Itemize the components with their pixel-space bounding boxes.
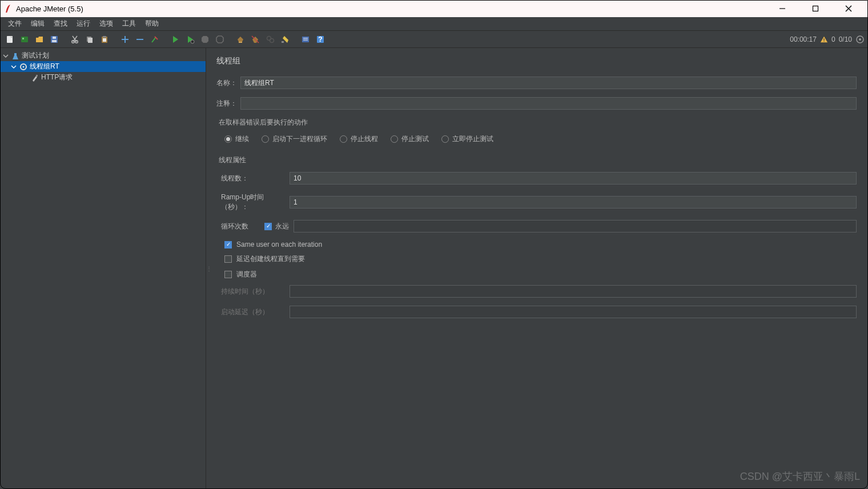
startup-delay-label: 启动延迟（秒） [221,307,290,317]
svg-rect-33 [823,38,824,41]
loop-label: 循环次数 [221,222,264,231]
menu-options[interactable]: 选项 [95,17,118,30]
svg-rect-5 [21,37,28,42]
svg-rect-17 [103,36,106,38]
scheduler-checkbox[interactable]: 调度器 [224,270,857,279]
on-error-label: 在取样器错误后要执行的动作 [219,118,857,127]
duration-label: 持续时间（秒） [221,287,290,296]
svg-rect-39 [36,75,38,77]
search-icon[interactable] [264,33,276,46]
duration-input [290,285,857,298]
minimize-button[interactable] [771,1,794,17]
chevron-down-icon[interactable] [2,53,9,59]
warning-icon[interactable] [820,35,828,43]
tree-panel: 测试计划 线程组RT HTTP请求 [0,48,206,489]
menu-edit[interactable]: 编辑 [26,17,49,30]
svg-rect-28 [302,37,309,42]
start-icon[interactable] [169,33,182,46]
stop-icon[interactable] [199,33,211,46]
menu-tools[interactable]: 工具 [118,17,140,30]
svg-rect-1 [813,6,818,11]
comment-label: 注释： [216,99,240,109]
radio-stop-test[interactable]: 停止测试 [391,134,429,144]
svg-point-38 [23,66,25,67]
gear-icon [19,63,27,71]
warn-count: 0 [831,35,835,43]
svg-rect-27 [282,41,284,43]
clear-all-icon[interactable] [249,33,262,46]
threads-input[interactable] [290,172,857,185]
paste-icon[interactable] [98,33,111,46]
toggle-icon[interactable] [148,33,161,46]
tree-http-request[interactable]: HTTP请求 [0,72,206,83]
svg-rect-9 [52,40,57,42]
ramp-label: Ramp-Up时间（秒）： [221,193,290,212]
name-input[interactable] [240,77,857,89]
name-label: 名称： [216,78,240,88]
menu-search[interactable]: 查找 [49,17,72,30]
thread-props-label: 线程属性 [219,155,857,165]
templates-icon[interactable] [18,33,31,46]
start-no-timers-icon[interactable] [184,33,196,46]
same-user-checkbox[interactable]: Same user on each iteration [224,241,857,248]
panel-title: 线程组 [216,56,857,66]
toolbar-status: 00:00:17 0 0/10 [790,35,865,44]
forever-checkbox[interactable]: 永远 [264,222,289,231]
thread-count: 0/10 [839,35,852,43]
collapse-icon[interactable] [134,33,146,46]
reset-search-icon[interactable] [279,33,291,46]
threads-label: 线程数： [221,174,290,183]
window-title: Apache JMeter (5.5) [16,5,771,13]
expand-icon[interactable] [119,33,131,46]
clear-icon[interactable] [234,33,247,46]
radio-continue[interactable]: 继续 [224,134,249,144]
toolbar: ? 00:00:17 0 0/10 [0,31,868,48]
maximize-button[interactable] [804,1,827,17]
cut-icon[interactable] [69,33,81,46]
svg-rect-8 [53,37,56,39]
radio-next-loop[interactable]: 启动下一进程循环 [262,134,327,144]
delay-create-checkbox[interactable]: 延迟创建线程直到需要 [224,254,857,264]
menu-help[interactable]: 帮助 [140,17,163,30]
svg-point-26 [270,38,274,42]
jmeter-icon [5,3,13,14]
svg-rect-23 [239,42,242,43]
save-icon[interactable] [48,33,61,46]
svg-rect-15 [88,38,93,43]
editor-panel: 线程组 名称： 注释： 在取样器错误后要执行的动作 继续 启动下一进程循环 停止… [206,48,868,489]
tree-label: 测试计划 [22,51,49,61]
tree-label: 线程组RT [30,62,59,71]
splitter-grip[interactable]: ⋮ [206,266,211,272]
close-button[interactable] [837,1,860,17]
tree-label: HTTP请求 [41,73,73,82]
content: 测试计划 线程组RT HTTP请求 ⋮ 线程组 名称： 注释： 在取样器错误后要… [0,48,868,489]
radio-stop-thread[interactable]: 停止线程 [340,134,378,144]
help-icon[interactable]: ? [314,33,327,46]
comment-input[interactable] [240,97,857,110]
svg-rect-6 [22,38,24,39]
menubar: 文件 编辑 查找 运行 选项 工具 帮助 [0,17,868,31]
elapsed-time: 00:00:17 [790,35,817,43]
open-icon[interactable] [33,33,46,46]
svg-rect-34 [823,41,824,41]
svg-point-36 [859,38,861,41]
function-helper-icon[interactable] [299,33,312,46]
chevron-down-icon[interactable] [10,63,17,70]
tree-thread-group[interactable]: 线程组RT [0,61,206,72]
radio-stop-now[interactable]: 立即停止测试 [441,134,493,144]
loop-input[interactable] [294,220,857,233]
tree-root-testplan[interactable]: 测试计划 [0,50,206,61]
shutdown-icon[interactable] [214,33,226,46]
svg-point-22 [191,40,194,43]
new-icon[interactable] [3,33,16,46]
menu-run[interactable]: 运行 [72,17,95,30]
threads-icon [855,35,865,44]
startup-delay-input [290,306,857,318]
titlebar: Apache JMeter (5.5) [0,0,868,17]
copy-icon[interactable] [83,33,96,46]
on-error-radios: 继续 启动下一进程循环 停止线程 停止测试 立即停止测试 [224,134,857,144]
ramp-input[interactable] [290,196,857,209]
svg-rect-18 [103,38,106,42]
menu-file[interactable]: 文件 [3,17,26,30]
pipette-icon [31,74,39,82]
